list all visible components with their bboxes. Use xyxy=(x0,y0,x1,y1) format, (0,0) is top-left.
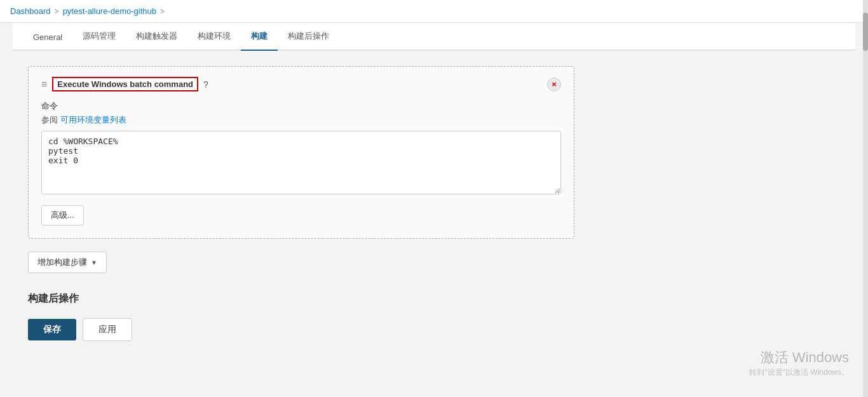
post-build-title: 构建后操作 xyxy=(28,292,840,306)
breadcrumb-bar: Dashboard > pytest-allure-demo-github > xyxy=(0,0,868,23)
card-header: ≡ Execute Windows batch command ? × xyxy=(41,77,561,91)
add-step-row: 增加构建步骤 ▼ xyxy=(28,252,840,273)
command-textarea[interactable] xyxy=(41,131,561,194)
save-button[interactable]: 保存 xyxy=(28,319,76,340)
scrollbar[interactable] xyxy=(863,0,868,397)
content-area: ≡ Execute Windows batch command ? × 命令 参… xyxy=(13,51,855,356)
build-step-card: ≡ Execute Windows batch command ? × 命令 参… xyxy=(28,66,574,239)
tab-environment[interactable]: 构建环境 xyxy=(187,23,241,51)
close-button[interactable]: × xyxy=(547,77,561,91)
advanced-button[interactable]: 高级... xyxy=(41,205,84,225)
scrollbar-thumb[interactable] xyxy=(863,13,868,51)
tab-triggers[interactable]: 构建触发器 xyxy=(126,23,187,51)
step-title: Execute Windows batch command xyxy=(52,77,198,91)
tabs-bar: General 源码管理 构建触发器 构建环境 构建 构建后操作 xyxy=(13,23,855,51)
breadcrumb-sep-2: > xyxy=(160,7,165,16)
action-buttons: 保存 应用 xyxy=(28,318,840,341)
add-step-button[interactable]: 增加构建步骤 ▼ xyxy=(28,252,107,273)
env-link-row: 参阅 可用环境变量列表 xyxy=(41,114,561,126)
tab-build[interactable]: 构建 xyxy=(241,23,278,51)
add-step-label: 增加构建步骤 xyxy=(37,257,87,268)
tab-post-build[interactable]: 构建后操作 xyxy=(278,23,339,51)
env-variables-link[interactable]: 可用环境变量列表 xyxy=(60,115,126,124)
tab-general[interactable]: General xyxy=(23,25,72,51)
env-text: 参阅 xyxy=(41,115,58,124)
tab-source[interactable]: 源码管理 xyxy=(72,23,126,51)
drag-icon[interactable]: ≡ xyxy=(41,79,47,90)
main-content: General 源码管理 构建触发器 构建环境 构建 构建后操作 ≡ Execu… xyxy=(0,23,868,369)
apply-button[interactable]: 应用 xyxy=(83,318,132,341)
breadcrumb-dashboard[interactable]: Dashboard xyxy=(10,6,51,16)
command-label: 命令 xyxy=(41,100,561,112)
breadcrumb-sep-1: > xyxy=(55,7,59,16)
add-step-arrow-icon: ▼ xyxy=(91,259,97,266)
breadcrumb-project[interactable]: pytest-allure-demo-github xyxy=(63,6,156,16)
help-icon[interactable]: ? xyxy=(203,79,208,90)
